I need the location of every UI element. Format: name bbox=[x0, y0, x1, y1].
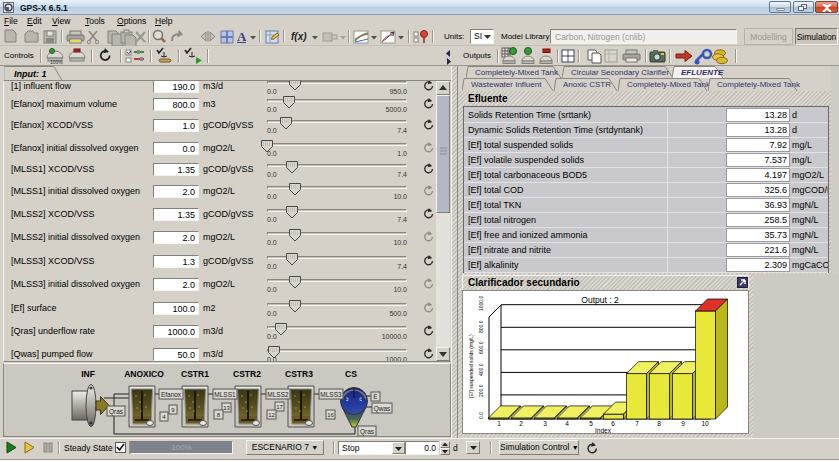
svg-text:800.0: 800.0 bbox=[478, 320, 484, 333]
svg-text:Qras: Qras bbox=[109, 408, 124, 416]
svg-text:12: 12 bbox=[268, 412, 275, 418]
svg-text:6: 6 bbox=[611, 420, 615, 427]
svg-text:ANOXICO: ANOXICO bbox=[124, 369, 164, 379]
svg-text:8: 8 bbox=[657, 420, 661, 427]
svg-text:9: 9 bbox=[681, 420, 685, 427]
svg-text:[Ef] suspended solids (mg/L): [Ef] suspended solids (mg/L) bbox=[468, 334, 474, 398]
svg-text:MLSS2: MLSS2 bbox=[267, 391, 289, 398]
svg-text:A: A bbox=[237, 29, 247, 44]
svg-text:1000.0: 1000.0 bbox=[478, 295, 484, 311]
svg-text:Index: Index bbox=[595, 427, 612, 433]
svg-text:CSTR2: CSTR2 bbox=[233, 369, 261, 379]
svg-text:MLSS1: MLSS1 bbox=[214, 391, 236, 398]
svg-text:INF: INF bbox=[81, 369, 95, 379]
svg-text:13: 13 bbox=[223, 405, 230, 411]
svg-text:10: 10 bbox=[701, 420, 709, 427]
svg-text:100%: 100% bbox=[50, 59, 63, 65]
svg-text:5: 5 bbox=[589, 420, 593, 427]
svg-text:1: 1 bbox=[497, 420, 501, 427]
svg-text:2: 2 bbox=[519, 420, 523, 427]
svg-text:200.0: 200.0 bbox=[478, 384, 484, 397]
svg-text:MLSS3: MLSS3 bbox=[320, 391, 342, 398]
svg-text:CSTR1: CSTR1 bbox=[181, 369, 209, 379]
svg-text:CS: CS bbox=[345, 369, 357, 379]
svg-text:0.0: 0.0 bbox=[478, 412, 484, 419]
svg-text:Qwas: Qwas bbox=[374, 405, 391, 413]
svg-text:400.0: 400.0 bbox=[478, 363, 484, 376]
svg-text:4: 4 bbox=[565, 420, 569, 427]
svg-text:16: 16 bbox=[327, 412, 334, 418]
svg-text:Qras: Qras bbox=[360, 428, 375, 436]
svg-text:3: 3 bbox=[543, 420, 547, 427]
svg-text:E: E bbox=[373, 393, 378, 400]
svg-text:7: 7 bbox=[635, 420, 639, 427]
svg-text:Efanox: Efanox bbox=[161, 391, 182, 398]
svg-text:Output : 2: Output : 2 bbox=[581, 295, 619, 305]
svg-text:17: 17 bbox=[276, 404, 283, 410]
svg-text:f(x): f(x) bbox=[291, 31, 307, 42]
svg-text:CSTR3: CSTR3 bbox=[285, 369, 313, 379]
svg-text:600.0: 600.0 bbox=[478, 341, 484, 354]
